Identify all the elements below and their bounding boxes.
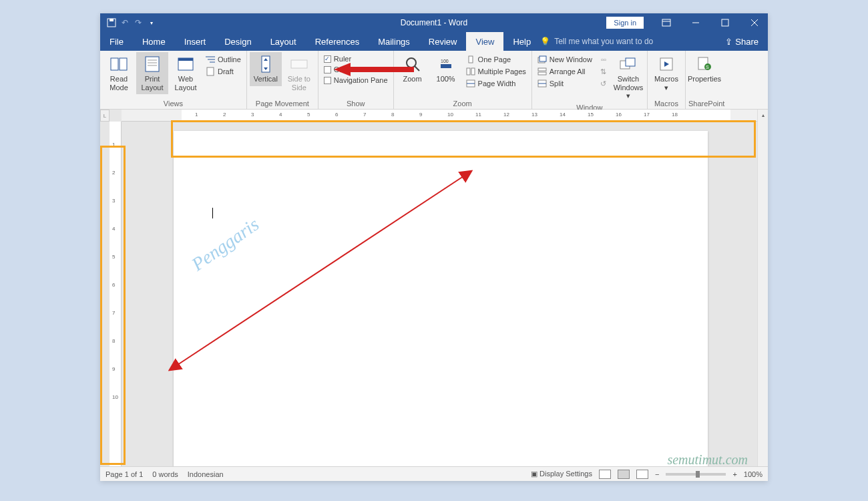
share-label: Share xyxy=(735,37,758,47)
ruler-label: Ruler xyxy=(334,55,351,63)
tab-design[interactable]: Design xyxy=(215,32,260,51)
new-window-icon xyxy=(537,55,547,64)
document-page[interactable] xyxy=(174,131,708,466)
one-page-button[interactable]: One Page xyxy=(466,55,526,64)
tell-me-search[interactable]: 💡 Tell me what you want to do xyxy=(540,37,653,46)
gridlines-checkbox[interactable]: Gridlines xyxy=(324,65,388,73)
close-button[interactable] xyxy=(741,13,768,32)
minimize-button[interactable] xyxy=(682,13,709,32)
view-side-by-side-button: ▫▫ xyxy=(599,55,608,64)
macros-button[interactable]: Macros ▾ xyxy=(650,52,682,94)
svg-text:S: S xyxy=(706,65,709,69)
tab-mailings[interactable]: Mailings xyxy=(369,32,419,51)
zoom-in-button[interactable]: + xyxy=(732,470,736,478)
zoom-button[interactable]: Zoom xyxy=(397,52,429,86)
one-page-icon xyxy=(466,55,475,64)
read-mode-view-icon[interactable] xyxy=(599,470,611,479)
zoom-icon xyxy=(403,55,422,73)
print-layout-label: Print Layout xyxy=(138,75,167,92)
titlebar: ↶ ↷ ▾ Document1 - Word Sign in xyxy=(100,13,768,32)
print-layout-button[interactable]: Print Layout xyxy=(136,52,168,94)
ribbon-options-icon[interactable] xyxy=(653,13,680,32)
svg-rect-2 xyxy=(662,19,670,26)
web-layout-view-icon[interactable] xyxy=(636,470,648,479)
tab-insert[interactable]: Insert xyxy=(175,32,216,51)
draft-button[interactable]: Draft xyxy=(206,67,241,76)
maximize-button[interactable] xyxy=(712,13,738,32)
web-layout-label: Web Layout xyxy=(171,75,200,92)
tab-references[interactable]: References xyxy=(306,32,369,51)
sign-in-button[interactable]: Sign in xyxy=(606,17,644,29)
arrange-all-button[interactable]: Arrange All xyxy=(537,67,592,76)
ruler-corner: L xyxy=(100,110,110,122)
multiple-pages-button[interactable]: Multiple Pages xyxy=(466,67,526,76)
nav-check-icon xyxy=(324,77,331,84)
nav-label: Navigation Pane xyxy=(334,76,388,84)
word-window: ↶ ↷ ▾ Document1 - Word Sign in File Home… xyxy=(100,13,768,481)
navigation-pane-checkbox[interactable]: Navigation Pane xyxy=(324,76,388,84)
qat-more-icon[interactable]: ▾ xyxy=(147,18,156,27)
undo-icon[interactable]: ↶ xyxy=(120,18,130,27)
ribbon: Read Mode Print Layout Web Layout Outlin… xyxy=(100,51,768,110)
hundred-icon: 100 xyxy=(437,55,455,73)
group-zoom: Zoom 100 100% One Page Multiple Pages Pa… xyxy=(394,51,532,109)
group-macros-label: Macros xyxy=(650,99,682,109)
site-watermark: semutimut.com xyxy=(667,452,748,468)
svg-rect-23 xyxy=(291,60,307,68)
outline-button[interactable]: Outline xyxy=(206,55,241,64)
web-layout-icon xyxy=(176,55,195,73)
reset-window-button: ↺ xyxy=(599,79,608,88)
vertical-scrollbar[interactable]: ▴ xyxy=(757,110,768,466)
group-zoom-label: Zoom xyxy=(397,99,529,109)
tab-file[interactable]: File xyxy=(100,32,133,51)
read-mode-icon xyxy=(110,55,128,73)
svg-rect-15 xyxy=(178,58,193,61)
draft-icon xyxy=(206,67,215,76)
ruler-checkbox[interactable]: Ruler xyxy=(324,55,388,63)
redo-icon[interactable]: ↷ xyxy=(134,18,143,27)
split-button[interactable]: Split xyxy=(537,79,592,88)
statusbar: Page 1 of 1 0 words Indonesian ▣ Display… xyxy=(100,466,768,481)
zoom-slider[interactable] xyxy=(666,473,726,476)
zoom-level[interactable]: 100% xyxy=(744,470,763,478)
word-count[interactable]: 0 words xyxy=(152,470,178,478)
lightbulb-icon: 💡 xyxy=(540,37,550,46)
page-width-label: Page Width xyxy=(478,79,516,88)
hundred-label: 100% xyxy=(437,75,455,84)
share-icon: ⇪ xyxy=(725,37,732,47)
highlight-vertical-ruler xyxy=(100,146,126,465)
side-to-side-icon xyxy=(290,55,308,73)
group-show: Ruler Gridlines Navigation Pane Show xyxy=(318,51,394,109)
display-settings[interactable]: ▣ Display Settings xyxy=(531,470,592,478)
zoom-out-button[interactable]: − xyxy=(655,470,659,478)
vertical-button[interactable]: Vertical xyxy=(250,52,282,86)
tab-layout[interactable]: Layout xyxy=(261,32,306,51)
macros-icon xyxy=(657,55,676,73)
read-mode-button[interactable]: Read Mode xyxy=(103,52,135,94)
tab-review[interactable]: Review xyxy=(419,32,467,51)
tab-help[interactable]: Help xyxy=(503,32,540,51)
side-side-icon: ▫▫ xyxy=(599,55,608,64)
web-layout-button[interactable]: Web Layout xyxy=(170,52,202,94)
properties-button[interactable]: S Properties xyxy=(688,52,720,86)
language[interactable]: Indonesian xyxy=(188,470,224,478)
print-layout-view-icon[interactable] xyxy=(618,470,630,479)
page-width-button[interactable]: Page Width xyxy=(466,79,526,88)
page-count[interactable]: Page 1 of 1 xyxy=(105,470,143,478)
group-show-label: Show xyxy=(321,99,391,109)
tab-view[interactable]: View xyxy=(466,32,503,51)
switch-windows-icon xyxy=(619,55,638,73)
gridlines-check-icon xyxy=(324,66,331,73)
tell-me-placeholder: Tell me what you want to do xyxy=(554,37,653,46)
hundred-percent-button[interactable]: 100 100% xyxy=(430,52,462,86)
switch-windows-button[interactable]: Switch Windows ▾ xyxy=(612,52,644,103)
switch-windows-label: Switch Windows ▾ xyxy=(614,75,644,100)
read-mode-label: Read Mode xyxy=(104,75,134,92)
save-icon[interactable] xyxy=(107,18,116,27)
share-button[interactable]: ⇪ Share xyxy=(716,37,768,47)
scroll-up-icon[interactable]: ▴ xyxy=(758,110,768,120)
new-window-button[interactable]: New Window xyxy=(537,55,592,64)
group-page-movement: Vertical Side to Side Page Movement xyxy=(247,51,318,109)
tab-home[interactable]: Home xyxy=(133,32,175,51)
svg-rect-26 xyxy=(441,64,451,68)
